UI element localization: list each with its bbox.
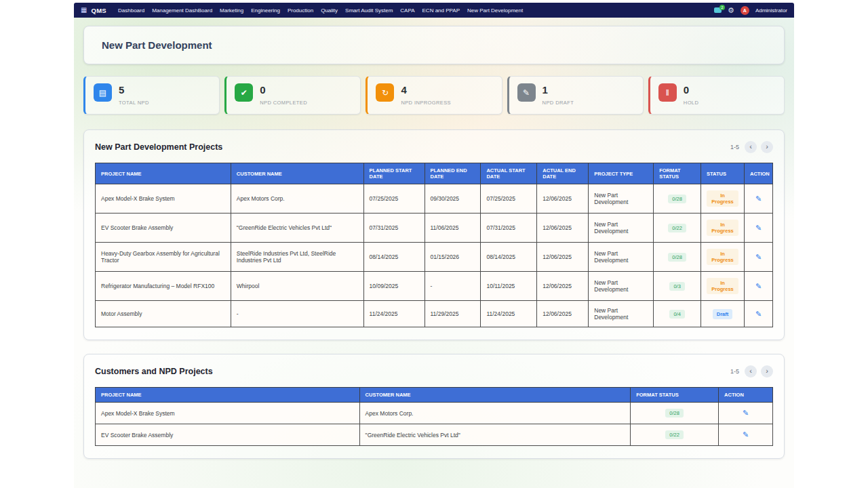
edit-icon[interactable] [755,310,762,318]
action-cell [719,424,773,446]
stats-row: 5 TOTAL NPD 0 NPD COMPLETED 4 [83,76,785,115]
project-name-cell: Heavy-Duty Gearbox Assembly for Agricult… [96,243,231,272]
apps-grid-icon[interactable] [81,7,87,14]
action-cell [719,403,773,424]
format-status-badge: 0/28 [668,253,686,262]
column-header: FORMAT STATUS [631,388,719,403]
project-name-cell: EV Scooter Brake Assembly [96,424,360,446]
edit-icon[interactable] [755,253,762,261]
pagination: 1-5 [730,365,773,378]
nav-item[interactable]: Marketing [216,5,247,16]
page-range: 1-5 [730,368,739,375]
customer-name-cell: Apex Motors Corp. [359,403,631,424]
action-cell [744,184,772,214]
format-status-cell: 0/28 [654,184,701,214]
action-cell [744,214,772,243]
user-name: Administrator [755,7,787,14]
project-name-cell: EV Scooter Brake Assembly [96,214,231,243]
nav-item[interactable]: CAPA [397,5,418,16]
brand-logo[interactable]: QMS [91,7,106,14]
status-badge: In Progress [707,278,738,294]
actual-start-cell: 07/31/2025 [481,214,537,243]
planned-end-cell: - [425,272,481,301]
table-header-row: PROJECT NAME CUSTOMER NAME FORMAT STATUS… [96,388,773,403]
nav-item[interactable]: Dashboard [115,5,148,16]
check-icon [235,83,253,102]
table-row: EV Scooter Brake Assembly "GreenRide Ele… [96,424,773,446]
page-header-card: New Part Development [83,26,785,64]
prev-page-icon[interactable] [745,141,757,153]
planned-start-cell: 07/31/2025 [363,214,425,243]
nav-item[interactable]: Engineering [248,5,283,16]
nav-item[interactable]: New Part Development [464,5,526,16]
nav-menu: Dashboard Management DashBoard Marketing… [115,5,526,16]
chat-icon[interactable]: 2 [714,7,722,13]
project-name-cell: Apex Model-X Brake System [96,184,231,214]
format-status-badge: 0/22 [665,430,684,439]
status-cell: In Progress [701,243,745,272]
edit-icon[interactable] [755,224,762,232]
planned-start-cell: 07/25/2025 [363,184,425,214]
planned-end-cell: 11/29/2025 [425,301,481,327]
format-status-cell: 0/22 [654,214,701,243]
customer-name-cell: "GreenRide Electric Vehicles Pvt Ltd" [231,214,363,243]
chat-badge: 2 [719,5,725,10]
edit-icon [517,83,536,102]
format-status-cell: 0/4 [654,301,701,327]
actual-end-cell: 12/06/2025 [537,243,589,272]
stat-label: NPD DRAFT [542,100,574,106]
next-page-icon[interactable] [761,141,773,153]
project-type-cell: New Part Development [589,184,654,214]
table-row: Motor Assembly - 11/24/2025 11/29/2025 1… [96,301,773,327]
status-badge: In Progress [707,220,738,236]
format-status-badge: 0/3 [669,282,684,291]
nav-item[interactable]: Quality [317,5,341,16]
nav-item[interactable]: ECN and PPAP [419,5,463,16]
format-status-cell: 0/22 [631,424,719,446]
table-row: Heavy-Duty Gearbox Assembly for Agricult… [96,243,773,272]
prev-page-icon[interactable] [745,365,757,378]
column-header: ACTUAL END DATE [537,163,589,184]
gear-icon[interactable] [728,7,734,14]
column-header: ACTUAL START DATE [481,163,537,184]
sync-icon [376,83,394,102]
project-type-cell: New Part Development [589,301,654,327]
actual-end-cell: 12/06/2025 [537,184,589,214]
navbar-right: 2 A Administrator [714,6,787,15]
project-name-cell: Refrigerator Manufacturing – Model RFX10… [96,272,231,301]
planned-end-cell: 11/06/2025 [425,214,481,243]
column-header: STATUS [701,163,745,184]
customer-name-cell: Whirpool [231,272,363,301]
column-header: PLANNED START DATE [363,163,425,184]
format-status-cell: 0/3 [654,272,701,301]
actual-start-cell: 11/24/2025 [481,301,537,327]
section-title: Customers and NPD Projects [95,367,213,376]
edit-icon[interactable] [743,430,749,439]
avatar[interactable]: A [741,6,749,15]
actual-start-cell: 10/11/2025 [481,272,537,301]
next-page-icon[interactable] [761,365,773,378]
edit-icon[interactable] [743,409,749,417]
stat-label: HOLD [684,100,698,106]
edit-icon[interactable] [755,195,762,203]
nav-item[interactable]: Smart Audit System [342,5,396,16]
status-cell: In Progress [701,214,745,243]
column-header: PROJECT NAME [96,163,231,184]
page-title: New Part Development [102,39,766,51]
stat-value: 4 [401,85,451,95]
file-icon [94,83,112,102]
nav-item[interactable]: Management DashBoard [149,5,216,16]
status-cell: In Progress [701,184,745,214]
stat-label: NPD COMPLETED [260,100,307,106]
actual-end-cell: 12/06/2025 [537,272,589,301]
status-badge: In Progress [707,190,738,207]
edit-icon[interactable] [755,282,762,290]
project-name-cell: Motor Assembly [96,301,231,327]
page-content: New Part Development 5 TOTAL NPD 0 NPD C [74,18,794,488]
column-header: CUSTOMER NAME [359,388,631,403]
stat-value: 5 [119,85,149,95]
column-header: FORMAT STATUS [654,163,701,184]
planned-end-cell: 09/30/2025 [425,184,481,214]
customer-name-cell: SteelRide Industries Pvt Ltd, SteelRide … [231,243,363,272]
nav-item[interactable]: Production [284,5,317,16]
